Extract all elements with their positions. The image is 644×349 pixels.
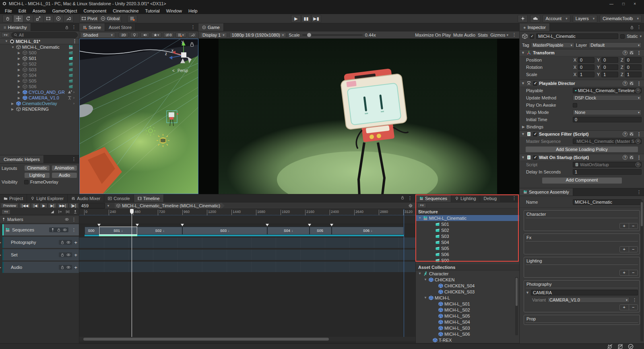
scale-tool-button[interactable] bbox=[33, 15, 43, 23]
gameobject-badge-icon[interactable] bbox=[64, 39, 69, 44]
panel-menu-icon[interactable]: ⋮ bbox=[636, 25, 642, 30]
remove-item-button[interactable]: − bbox=[629, 305, 638, 310]
active-checkbox[interactable] bbox=[530, 34, 534, 39]
tab-sequence-assembly[interactable]: Sequence Assembly bbox=[520, 188, 573, 196]
hierarchy-item[interactable]: ▶ S06 bbox=[0, 84, 79, 89]
playable-object-field[interactable]: MICH-L_Cinematic_Timeline⊙ bbox=[573, 88, 642, 93]
asset-collection-item[interactable]: CHICKEN_S03 bbox=[416, 289, 519, 295]
structure-item[interactable]: S02 bbox=[416, 227, 519, 233]
eye-icon[interactable] bbox=[66, 240, 70, 244]
hierarchy-item[interactable]: ▶ S00 bbox=[0, 50, 79, 56]
eye-icon[interactable] bbox=[65, 217, 69, 221]
sequence-filter-header[interactable]: ▼Sequence Filter (Script) ?⋮ bbox=[520, 130, 644, 138]
lock-icon[interactable] bbox=[57, 228, 61, 232]
menu-item[interactable]: Window bbox=[163, 8, 185, 14]
add-in-group-button[interactable]: + bbox=[74, 264, 77, 271]
menu-item[interactable]: File bbox=[2, 8, 15, 14]
update-method-dropdown[interactable]: DSP Clock▾ bbox=[573, 95, 642, 101]
expander-icon[interactable]: ▶ bbox=[18, 85, 21, 89]
photography-lane[interactable] bbox=[79, 237, 415, 248]
scale-slider[interactable] bbox=[302, 35, 363, 35]
tab-cinematic-helpers[interactable]: Cinematic Helpers bbox=[0, 155, 44, 163]
gameobject-badge-icon[interactable] bbox=[68, 73, 73, 78]
wrap-mode-dropdown[interactable]: None▾ bbox=[573, 109, 642, 115]
tab-scene[interactable]: Scene bbox=[79, 23, 105, 31]
presets-icon[interactable] bbox=[629, 155, 634, 160]
asset-collection-item[interactable]: MICH-L_S04 bbox=[416, 319, 519, 325]
layout-cinematic-button[interactable]: Cinematic bbox=[24, 165, 50, 171]
custom-tool-button[interactable] bbox=[64, 15, 74, 23]
playhead[interactable] bbox=[132, 209, 132, 337]
scrollbar-thumb[interactable] bbox=[83, 338, 329, 341]
menu-item[interactable]: Edit bbox=[15, 8, 29, 14]
markers-track[interactable]: Markers ⋮ bbox=[0, 216, 79, 223]
y-field[interactable]: 0 bbox=[601, 57, 618, 63]
expander-icon[interactable]: ▼ bbox=[5, 39, 8, 43]
bottom-tab[interactable]: Timeline bbox=[134, 194, 164, 202]
add-gameobject-button[interactable]: +▾ bbox=[1, 32, 10, 37]
expander-icon[interactable]: ▼ bbox=[418, 272, 422, 275]
track-group[interactable]: ▶ Photography + bbox=[2, 237, 79, 248]
grid-settings-dropdown[interactable]: ▾ bbox=[175, 32, 186, 37]
playable-director-header[interactable]: ▼Playable Director ?⋮ bbox=[520, 80, 644, 87]
timeline-transport-button[interactable]: ▶| bbox=[48, 203, 56, 208]
gameobject-badge-icon[interactable] bbox=[68, 78, 73, 83]
camera-asset-field[interactable]: CAMERA bbox=[531, 290, 638, 295]
asset-collection-item[interactable]: MICH-L_S05 bbox=[416, 313, 519, 319]
sequence-marker-icon[interactable] bbox=[97, 224, 101, 226]
variant-dropdown[interactable]: CAMERA_V1.0▾ bbox=[547, 297, 630, 303]
sequence-marker-icon[interactable] bbox=[308, 224, 311, 226]
add-sequence-button[interactable]: +▾ bbox=[417, 203, 426, 208]
prefab-arrow-icon[interactable]: › bbox=[73, 101, 74, 105]
cloud-button[interactable] bbox=[530, 15, 540, 23]
expander-icon[interactable]: ▶ bbox=[18, 51, 21, 55]
presets-icon[interactable] bbox=[629, 50, 634, 55]
structure-item[interactable]: S03 bbox=[416, 233, 519, 239]
play-control-button[interactable]: ▶▮ bbox=[311, 15, 321, 23]
timeline-settings-gear-icon[interactable] bbox=[408, 203, 413, 208]
collections-scrollbar[interactable] bbox=[515, 277, 518, 335]
hierarchy-item[interactable]: ▶ S01 bbox=[0, 56, 79, 61]
asset-collection-item[interactable]: MICH-L_S06 bbox=[416, 331, 519, 337]
hierarchy-item[interactable]: ▶ CYCLO_AND_GRID › bbox=[0, 89, 79, 95]
scene-viewport[interactable]: y x z Persp < bbox=[79, 39, 198, 194]
tab-debug[interactable]: Debug bbox=[480, 194, 501, 202]
z-field[interactable]: 1 bbox=[625, 72, 642, 77]
hand-tool-button[interactable] bbox=[2, 15, 12, 23]
layout-animation-button[interactable]: Animation bbox=[52, 165, 77, 171]
component-menu-icon[interactable]: ⋮ bbox=[636, 132, 642, 137]
add-item-button[interactable]: + bbox=[620, 305, 629, 310]
track-menu-icon[interactable]: ⋮ bbox=[70, 217, 77, 222]
hierarchy-item[interactable]: ▼ MICH-L_Cinematic bbox=[0, 44, 79, 50]
lock-icon[interactable] bbox=[60, 240, 64, 244]
hierarchy-item[interactable]: ▶ S02 bbox=[0, 61, 79, 67]
gameobject-badge-icon[interactable] bbox=[68, 67, 73, 72]
expander-icon[interactable]: ▶ bbox=[18, 62, 21, 66]
expander-icon[interactable]: ▶ bbox=[0, 241, 1, 244]
expander-icon[interactable]: ▼ bbox=[424, 296, 427, 299]
track-sequences[interactable]: Sequences ⋮ bbox=[2, 224, 79, 235]
play-control-button[interactable]: ▮▮ bbox=[301, 15, 311, 23]
x-field[interactable]: 0 bbox=[578, 57, 594, 63]
add-track-button[interactable]: +▾ bbox=[2, 209, 10, 215]
gameobject-badge-icon[interactable] bbox=[68, 107, 73, 112]
structure-item[interactable]: ▼ MICH-L_Cinematic bbox=[416, 215, 519, 221]
assembly-scrollbar[interactable] bbox=[640, 200, 643, 341]
hierarchy-item[interactable]: ▶ S04 bbox=[0, 72, 79, 78]
add-scene-loading-policy-button[interactable]: Add Scene Loading Policy bbox=[525, 146, 638, 153]
audio-lane[interactable] bbox=[79, 262, 415, 272]
current-frame-field[interactable]: 459 bbox=[79, 203, 105, 209]
ripple-mode-icon[interactable] bbox=[58, 210, 62, 214]
track-menu-icon[interactable]: ⋮ bbox=[70, 227, 77, 233]
scene-audio-toggle[interactable] bbox=[140, 32, 149, 37]
mix-mode-icon[interactable] bbox=[50, 210, 54, 214]
help-icon[interactable]: ? bbox=[623, 155, 627, 160]
track-group[interactable]: ▶ Audio + bbox=[2, 262, 79, 273]
eye-icon[interactable] bbox=[63, 228, 67, 232]
timeline-transport-button[interactable]: ▶▶| bbox=[57, 203, 68, 208]
help-icon[interactable]: ? bbox=[623, 81, 627, 86]
menu-item[interactable]: Assets bbox=[29, 8, 49, 14]
display-dropdown[interactable]: Display 1▾ bbox=[200, 32, 227, 38]
pin-icon[interactable] bbox=[51, 228, 55, 232]
component-tools-button[interactable] bbox=[188, 32, 197, 37]
